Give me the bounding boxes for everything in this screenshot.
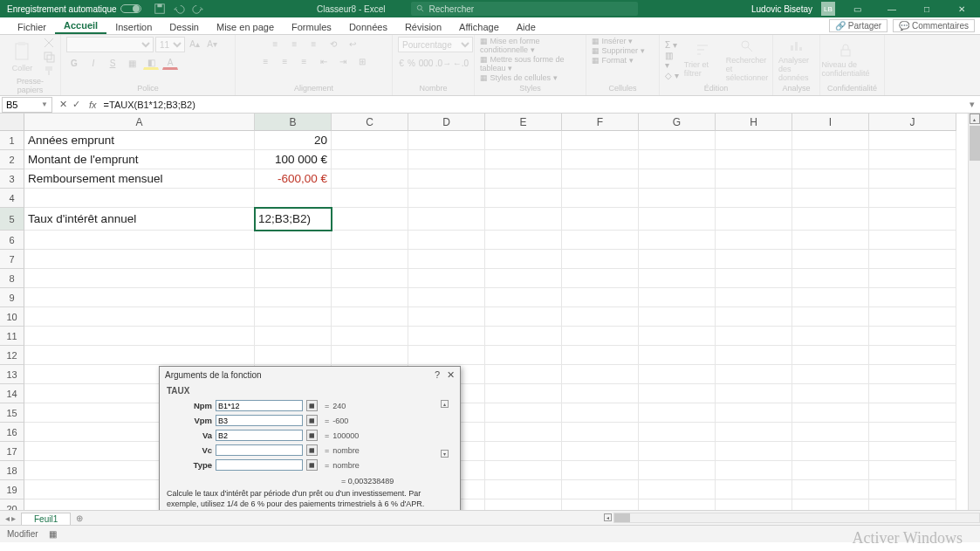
cell[interactable] xyxy=(639,189,716,208)
cell[interactable] xyxy=(24,250,255,269)
cell[interactable] xyxy=(869,269,956,288)
row-header[interactable]: 18 xyxy=(0,461,24,480)
decrease-font-icon[interactable]: A▾ xyxy=(204,37,220,51)
menu-tab-fichier[interactable]: Fichier xyxy=(9,20,55,34)
cell[interactable] xyxy=(485,365,562,384)
cell[interactable] xyxy=(332,231,408,250)
increase-decimal-icon[interactable]: .0→ xyxy=(435,56,451,70)
scroll-up-icon[interactable]: ▴ xyxy=(970,114,980,124)
select-all-corner[interactable] xyxy=(0,114,24,131)
argument-input[interactable] xyxy=(216,444,303,456)
cancel-formula-icon[interactable]: ✕ xyxy=(59,99,67,110)
row-header[interactable]: 2 xyxy=(0,150,24,169)
cell[interactable] xyxy=(24,269,255,288)
format-painter-icon[interactable] xyxy=(43,65,55,77)
cell[interactable] xyxy=(716,231,792,250)
column-header[interactable]: A xyxy=(24,114,255,131)
italic-icon[interactable]: I xyxy=(86,56,101,70)
cell[interactable] xyxy=(485,461,562,480)
cell[interactable] xyxy=(792,169,869,189)
font-size-select[interactable]: 11 xyxy=(155,37,185,52)
argument-input[interactable] xyxy=(216,400,303,411)
sheet-nav-next-icon[interactable]: ▸ xyxy=(11,513,16,523)
add-sheet-icon[interactable]: ⊕ xyxy=(76,513,83,523)
cell[interactable] xyxy=(869,150,956,169)
cell[interactable] xyxy=(716,269,792,288)
cell[interactable] xyxy=(485,288,562,307)
cell[interactable] xyxy=(792,442,869,461)
insert-cells-button[interactable]: ▦ Insérer ▾ xyxy=(592,37,654,45)
decrease-decimal-icon[interactable]: ←.0 xyxy=(453,56,469,70)
cell[interactable] xyxy=(869,231,956,250)
font-color-icon[interactable]: A xyxy=(162,56,178,70)
cell[interactable] xyxy=(332,269,408,288)
cell[interactable] xyxy=(485,442,562,461)
cell[interactable] xyxy=(485,480,562,499)
cell-styles-button[interactable]: ▦ Styles de cellules ▾ xyxy=(480,73,580,82)
column-header[interactable]: C xyxy=(332,114,408,131)
cell[interactable] xyxy=(869,169,956,189)
cell[interactable] xyxy=(408,327,485,346)
cell[interactable] xyxy=(716,208,792,231)
cell[interactable] xyxy=(562,250,639,269)
comma-icon[interactable]: 000 xyxy=(418,56,434,70)
underline-icon[interactable]: S xyxy=(105,56,120,70)
row-header[interactable]: 20 xyxy=(0,499,24,510)
cell[interactable] xyxy=(639,480,716,499)
cell[interactable]: Remboursement mensuel xyxy=(24,169,255,189)
analyze-data-button[interactable]: Analyser des données xyxy=(778,38,814,82)
close-icon[interactable]: ✕ xyxy=(447,369,455,381)
cell[interactable] xyxy=(485,499,562,510)
cell[interactable] xyxy=(716,480,792,499)
menu-tab-affichage[interactable]: Affichage xyxy=(450,20,508,34)
cell[interactable] xyxy=(562,269,639,288)
spreadsheet-grid[interactable]: ABCDEFGHIJ 12345678910111213141516171819… xyxy=(0,114,980,510)
cell[interactable] xyxy=(24,307,255,327)
fill-icon[interactable]: ▥ ▾ xyxy=(665,51,679,70)
cell[interactable] xyxy=(408,307,485,327)
vertical-scrollbar[interactable]: ▴ xyxy=(968,114,980,510)
cell[interactable] xyxy=(485,189,562,208)
row-header[interactable]: 5 xyxy=(0,208,24,231)
cell[interactable] xyxy=(485,231,562,250)
cell[interactable] xyxy=(869,461,956,480)
cell[interactable] xyxy=(408,288,485,307)
indent-decrease-icon[interactable]: ⇤ xyxy=(316,54,332,68)
cell[interactable] xyxy=(332,327,408,346)
cell[interactable] xyxy=(869,189,956,208)
undo-icon[interactable] xyxy=(173,3,185,15)
row-header[interactable]: 15 xyxy=(0,403,24,423)
search-box[interactable]: Rechercher xyxy=(411,2,638,16)
align-middle-icon[interactable]: ≡ xyxy=(287,37,303,51)
paste-button[interactable]: Coller xyxy=(5,41,39,72)
cell[interactable] xyxy=(639,346,716,365)
fill-color-icon[interactable]: ◧ xyxy=(143,56,159,70)
argument-input[interactable] xyxy=(216,430,303,441)
cell[interactable] xyxy=(562,499,639,510)
macro-record-icon[interactable]: ▦ xyxy=(49,529,57,539)
cell[interactable]: 20 xyxy=(255,131,332,150)
cell[interactable] xyxy=(24,288,255,307)
range-select-icon[interactable]: ▦ xyxy=(306,459,318,471)
cell[interactable] xyxy=(562,461,639,480)
cell[interactable] xyxy=(716,499,792,510)
cell[interactable] xyxy=(716,442,792,461)
share-button[interactable]: 🔗 Partager xyxy=(829,19,887,32)
cell[interactable] xyxy=(639,231,716,250)
column-header[interactable]: D xyxy=(408,114,485,131)
column-header[interactable]: G xyxy=(639,114,716,131)
argument-input[interactable] xyxy=(216,415,303,426)
cell[interactable] xyxy=(792,327,869,346)
cell[interactable] xyxy=(639,250,716,269)
cell[interactable] xyxy=(716,423,792,442)
cell[interactable] xyxy=(24,231,255,250)
cell[interactable] xyxy=(332,288,408,307)
cell[interactable] xyxy=(869,442,956,461)
menu-tab-mise en page[interactable]: Mise en page xyxy=(208,20,283,34)
cell[interactable] xyxy=(485,131,562,150)
cell[interactable] xyxy=(408,189,485,208)
cell[interactable] xyxy=(869,384,956,403)
cell[interactable]: -600,00 € xyxy=(255,169,332,189)
cell[interactable] xyxy=(485,208,562,231)
cell[interactable] xyxy=(24,327,255,346)
